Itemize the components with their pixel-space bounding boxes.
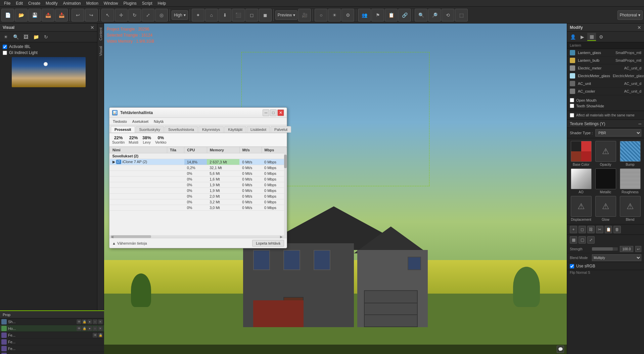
table-row[interactable]: 0%1,9 Mt0 Mt/s0 Mbps bbox=[110, 188, 287, 194]
menu-plugins[interactable]: Plugins bbox=[121, 1, 139, 6]
use-srgb-checkbox[interactable] bbox=[570, 264, 574, 268]
open-mouth-checkbox[interactable] bbox=[570, 98, 574, 102]
menu-edit[interactable]: Edit bbox=[13, 1, 26, 6]
mat-row-3[interactable]: Electric_meter AC_unit_d bbox=[567, 64, 644, 72]
menu-animation[interactable]: Animation bbox=[60, 1, 83, 6]
menu-file[interactable]: File bbox=[1, 1, 13, 6]
prop-row-2[interactable]: Ho... 👁 🔒 ● ○ ✕ bbox=[0, 325, 104, 332]
move-button[interactable]: ✛ bbox=[115, 9, 128, 21]
light3-button[interactable]: ⬇ bbox=[219, 9, 231, 21]
prop-x-1[interactable]: ✕ bbox=[98, 319, 103, 324]
tm-tab-kayttajat[interactable]: Käyttäjät bbox=[224, 126, 246, 133]
tm-table[interactable]: Nimi Tila CPU Memory Mt/s Mbps Sovelluks… bbox=[109, 147, 287, 238]
side-tab-content[interactable]: Content bbox=[98, 25, 104, 43]
tex-opacity-thumb[interactable]: ⚠ bbox=[595, 141, 616, 162]
prop-lock-1[interactable]: 🔒 bbox=[82, 319, 87, 324]
tex-blend-thumb[interactable]: ⚠ bbox=[620, 196, 641, 217]
gi-checkbox[interactable] bbox=[3, 51, 7, 55]
th-cpu[interactable]: CPU bbox=[184, 147, 207, 153]
tex-icon-copy[interactable]: 📋 bbox=[605, 226, 612, 233]
quality-dropdown[interactable]: High ▾ bbox=[172, 10, 188, 20]
viewport[interactable]: Project Triangle : 20296 Selected Triang… bbox=[104, 23, 567, 354]
ibl-checkbox[interactable] bbox=[3, 45, 7, 49]
prop-lock-3[interactable]: 🔒 bbox=[98, 333, 103, 338]
affect-all-checkbox[interactable] bbox=[570, 113, 574, 117]
visual-panel-close[interactable]: ✕ bbox=[90, 25, 94, 30]
table-row[interactable]: 0%5,6 Mt0 Mt/s0 Mbps bbox=[110, 171, 287, 176]
tex-icon-select[interactable]: ◻ bbox=[579, 226, 586, 233]
modify-tab-settings[interactable]: ⚙ bbox=[597, 33, 605, 41]
prop-row-3[interactable]: Fe... 👁 🔒 bbox=[0, 332, 104, 339]
tm-maximize-btn[interactable]: □ bbox=[270, 109, 277, 116]
tm-close-btn[interactable]: ✕ bbox=[277, 109, 284, 116]
mat-row-1[interactable]: Lantern_glass SmallProps_mtl bbox=[567, 49, 644, 57]
tool8-button[interactable]: 🔍 bbox=[415, 9, 427, 21]
snap-button[interactable]: ◎ bbox=[155, 9, 168, 21]
prop-row-6[interactable]: Fe... bbox=[0, 352, 104, 354]
open-button[interactable]: 📂 bbox=[15, 9, 28, 21]
vis-btn-sun[interactable]: ☀ bbox=[1, 33, 10, 41]
light2-button[interactable]: ⌂ bbox=[205, 9, 218, 21]
table-row[interactable]: 0%3,0 Mt0 Mt/s0 Mbps bbox=[110, 205, 287, 211]
th-name[interactable]: Nimi bbox=[110, 147, 167, 153]
th-net[interactable]: Mbps bbox=[262, 147, 286, 153]
tex-ao-thumb[interactable] bbox=[571, 168, 592, 189]
undo-button[interactable]: ↩ bbox=[72, 9, 84, 21]
tool5-button[interactable]: ⚑ bbox=[371, 9, 384, 21]
tm-hscrollbar[interactable]: ▶ ◀ bbox=[109, 235, 284, 238]
light6-button[interactable]: ◼ bbox=[259, 9, 272, 21]
light5-button[interactable]: ◻ bbox=[245, 9, 258, 21]
tm-menu-tiedosto[interactable]: Tiedosto bbox=[111, 119, 129, 124]
tm-scrollbar-thumb[interactable] bbox=[284, 155, 287, 168]
th-tila[interactable]: Tila bbox=[167, 147, 184, 153]
tm-scroll-arrow-right[interactable]: ▶ bbox=[280, 235, 283, 239]
prop-dot-2[interactable]: ● bbox=[87, 326, 92, 331]
tool6-button[interactable]: 📋 bbox=[385, 9, 398, 21]
tm-tab-lisatiedot[interactable]: Lisätiedot bbox=[247, 126, 270, 133]
prop-row-5[interactable]: Fe... bbox=[0, 345, 104, 352]
prop-dot2-1[interactable]: ○ bbox=[93, 319, 97, 324]
tm-scroll-arrow-left[interactable]: ◀ bbox=[111, 235, 113, 239]
menu-script[interactable]: Script bbox=[139, 1, 155, 6]
tool3-button[interactable]: ⚙ bbox=[341, 9, 354, 21]
tex-displacement-thumb[interactable]: ⚠ bbox=[571, 196, 592, 217]
prop-x-2[interactable]: ✕ bbox=[98, 326, 103, 331]
preview-dropdown[interactable]: Preview ▾ bbox=[275, 10, 298, 20]
teeth-checkbox[interactable] bbox=[570, 104, 574, 108]
mat-row-5[interactable]: AC_unit AC_unit_d bbox=[567, 80, 644, 88]
menu-help[interactable]: Help bbox=[155, 1, 169, 6]
menu-window[interactable]: Window bbox=[101, 1, 121, 6]
tex-icon-expand[interactable]: ⤢ bbox=[587, 236, 595, 244]
export-button[interactable]: 📤 bbox=[42, 9, 54, 21]
tex-icon-add[interactable]: + bbox=[570, 226, 577, 233]
tex-icon-delete[interactable]: 🗑 bbox=[613, 226, 621, 233]
redo-button[interactable]: ↪ bbox=[85, 9, 98, 21]
tex-icon-link[interactable]: ⛓ bbox=[587, 226, 595, 233]
photoreal-dropdown[interactable]: Photoreal ▾ bbox=[617, 10, 643, 20]
tool9-button[interactable]: 🔎 bbox=[428, 9, 441, 21]
prop-dot2-2[interactable]: ○ bbox=[93, 326, 97, 331]
table-row[interactable]: 0%2,0 Mt0 Mt/s0 Mbps bbox=[110, 194, 287, 199]
tex-icon-frame[interactable]: ▢ bbox=[579, 236, 586, 244]
table-row[interactable]: ▶ i7 iClone 7 AP (2) 14,8% 2 637,3 Mt 0 … bbox=[110, 159, 287, 165]
prop-vis-2[interactable]: 👁 bbox=[77, 326, 81, 331]
tex-icon-unlink[interactable]: ✂ bbox=[596, 226, 603, 233]
side-tab-visual[interactable]: Visual bbox=[98, 43, 104, 59]
blend-mode-select[interactable]: Multiply bbox=[592, 254, 641, 261]
vis-btn-refresh[interactable]: ↻ bbox=[42, 33, 50, 41]
strength-input[interactable]: 100.0 bbox=[620, 246, 633, 252]
strength-reset-btn[interactable]: ↩ bbox=[635, 246, 641, 252]
shader-type-select[interactable]: PBRStandardUnlit bbox=[595, 129, 641, 137]
menu-modify[interactable]: Modify bbox=[43, 1, 60, 6]
tex-icon-grid[interactable]: ▦ bbox=[570, 236, 577, 244]
modify-tab-person[interactable]: 👤 bbox=[568, 33, 577, 41]
th-memory[interactable]: Memory bbox=[207, 147, 239, 153]
light4-button[interactable]: ⬛ bbox=[232, 9, 245, 21]
modify-panel-close[interactable]: ✕ bbox=[637, 25, 641, 30]
table-row[interactable]: 0%3,2 Mt0 Mt/s0 Mbps bbox=[110, 199, 287, 205]
prop-vis-1[interactable]: 👁 bbox=[77, 319, 81, 324]
prop-dot-1[interactable]: ● bbox=[87, 319, 92, 324]
mat-row-2[interactable]: Lantern_bulb SmallProps_mtl bbox=[567, 57, 644, 64]
table-row[interactable]: 0%1,6 Mt0 Mt/s0 Mbps bbox=[110, 176, 287, 182]
texture-settings-bar[interactable]: Texture Settings (Y) ─ bbox=[567, 120, 644, 128]
